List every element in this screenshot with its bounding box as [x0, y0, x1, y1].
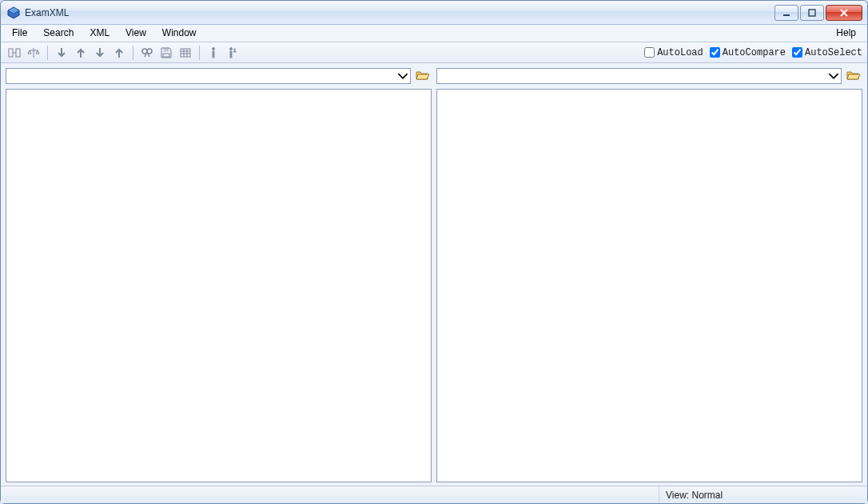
folder-open-icon — [416, 69, 430, 84]
autocompare-checkbox[interactable]: AutoCompare — [710, 47, 786, 58]
find-icon[interactable] — [138, 44, 156, 62]
app-icon — [7, 6, 20, 19]
svg-rect-8 — [164, 48, 169, 51]
prev-change-up-icon[interactable] — [110, 44, 128, 62]
folder-open-icon — [846, 69, 861, 84]
svg-text:1: 1 — [233, 48, 237, 53]
left-file-combo[interactable] — [6, 68, 411, 84]
menu-search[interactable]: Search — [35, 25, 82, 42]
toolbar: 1 AutoLoad AutoCompare AutoSelect — [1, 42, 867, 63]
next-change-down-icon[interactable] — [91, 44, 109, 62]
autoload-checkbox[interactable]: AutoLoad — [644, 47, 703, 58]
svg-rect-4 — [9, 49, 13, 57]
svg-rect-2 — [783, 14, 790, 16]
svg-rect-12 — [213, 51, 214, 58]
menu-window[interactable]: Window — [154, 25, 205, 42]
autocompare-label: AutoCompare — [723, 47, 786, 58]
svg-point-13 — [230, 47, 233, 50]
svg-rect-3 — [809, 10, 815, 16]
left-file-slot — [6, 66, 432, 86]
compare-panes — [1, 86, 867, 486]
grid-icon[interactable] — [177, 44, 194, 62]
right-file-combo[interactable] — [436, 68, 842, 84]
menu-help[interactable]: Help — [828, 25, 864, 42]
compare-icon[interactable] — [6, 44, 23, 62]
svg-rect-10 — [181, 49, 190, 57]
file-selector-row — [1, 63, 867, 86]
svg-rect-14 — [230, 51, 232, 58]
autoload-input[interactable] — [644, 47, 655, 58]
menubar: File Search XML View Window Help — [1, 25, 867, 42]
menu-file[interactable]: File — [4, 25, 35, 42]
status-view: View: Normal — [659, 486, 867, 503]
menu-xml[interactable]: XML — [82, 25, 117, 42]
autoload-label: AutoLoad — [657, 47, 703, 58]
autoselect-input[interactable] — [792, 47, 802, 58]
autoselect-checkbox[interactable]: AutoSelect — [792, 47, 862, 58]
statusbar: View: Normal — [1, 486, 867, 503]
minimize-button[interactable] — [774, 5, 798, 21]
save-icon[interactable] — [157, 44, 175, 62]
autoselect-label: AutoSelect — [805, 47, 862, 58]
status-left — [1, 486, 659, 503]
chevron-down-icon[interactable] — [828, 70, 839, 82]
app-window: ExamXML File Search XML View Window Help — [0, 0, 868, 504]
svg-point-6 — [142, 49, 147, 54]
left-open-button[interactable] — [414, 68, 432, 84]
left-pane[interactable] — [6, 89, 432, 482]
svg-point-7 — [147, 49, 152, 54]
maximize-button[interactable] — [800, 5, 824, 21]
info-icon[interactable] — [205, 44, 222, 62]
right-open-button[interactable] — [845, 68, 862, 84]
prev-diff-up-icon[interactable] — [72, 44, 90, 62]
svg-rect-9 — [163, 54, 169, 57]
window-controls — [771, 3, 866, 22]
balance-icon[interactable] — [25, 44, 42, 62]
info-one-icon[interactable]: 1 — [224, 44, 241, 62]
close-button[interactable] — [826, 5, 862, 21]
right-file-slot — [436, 66, 862, 86]
svg-rect-5 — [16, 49, 20, 57]
svg-point-11 — [213, 47, 215, 50]
next-diff-down-icon[interactable] — [53, 44, 70, 62]
chevron-down-icon[interactable] — [397, 70, 408, 82]
app-title: ExamXML — [25, 7, 69, 18]
titlebar: ExamXML — [1, 1, 867, 25]
right-pane[interactable] — [436, 89, 862, 482]
menu-view[interactable]: View — [117, 25, 154, 42]
autocompare-input[interactable] — [710, 47, 720, 58]
